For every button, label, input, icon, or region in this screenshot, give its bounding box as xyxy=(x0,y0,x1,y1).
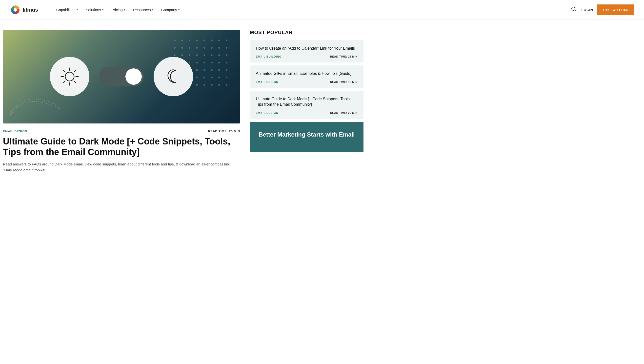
hero-dot xyxy=(218,62,220,64)
hero-dot xyxy=(189,47,190,49)
toggle-knob xyxy=(126,68,142,85)
chevron-down-icon: ▾ xyxy=(178,8,180,11)
svg-point-4 xyxy=(65,72,74,81)
sun-icon xyxy=(58,66,81,88)
popular-card-category-2: EMAIL DESIGN xyxy=(256,80,278,84)
popular-card-1[interactable]: How to Create an “Add to Calendar” Link … xyxy=(250,40,364,62)
hero-dot xyxy=(218,54,220,56)
logo-text: litmus xyxy=(23,7,38,13)
hero-dot xyxy=(196,62,198,64)
chevron-down-icon: ▾ xyxy=(76,8,78,11)
hero-dot xyxy=(211,54,212,56)
hero-dot xyxy=(226,84,228,86)
article-meta-row: EMAIL DESIGN READ TIME: 20 MIN xyxy=(3,130,240,133)
most-popular-heading: MOST POPULAR xyxy=(250,30,364,35)
nav-item-company[interactable]: Company ▾ xyxy=(158,6,183,14)
nav-links: Capabilities ▾ Solutions ▾ Pricing ▾ Res… xyxy=(53,6,570,14)
svg-line-3 xyxy=(574,10,576,12)
hero-dot xyxy=(211,40,212,41)
hero-dot xyxy=(226,62,228,64)
hero-dot xyxy=(211,69,212,71)
hero-dot xyxy=(211,84,212,86)
hero-dot xyxy=(196,69,198,71)
nav-item-capabilities[interactable]: Capabilities ▾ xyxy=(53,6,82,14)
hero-dot xyxy=(196,76,198,78)
hero-dot xyxy=(181,54,183,56)
svg-line-9 xyxy=(64,70,65,72)
hero-dot xyxy=(204,47,205,49)
popular-card-title-1: How to Create an “Add to Calendar” Link … xyxy=(256,46,358,51)
popular-card-readtime-1: READ TIME: 26 MIN xyxy=(330,55,358,58)
nav-item-resources[interactable]: Resources ▾ xyxy=(130,6,157,14)
hero-dot xyxy=(204,40,205,41)
popular-card-3[interactable]: Ultimate Guide to Dark Mode [+ Code Snip… xyxy=(250,91,364,119)
search-icon[interactable] xyxy=(570,6,578,14)
svg-line-12 xyxy=(64,81,65,83)
popular-card-meta-1: EMAIL BUILDING READ TIME: 26 MIN xyxy=(256,55,358,58)
hero-dot xyxy=(218,76,220,78)
cta-card-title: Better Marketing Starts with Email xyxy=(257,131,356,138)
popular-card-2[interactable]: Animated GIFs in Email: Examples & How T… xyxy=(250,66,364,88)
hero-dot xyxy=(204,69,205,71)
chevron-down-icon: ▾ xyxy=(124,8,125,11)
article-description: Read answers to FAQs around Dark Mode em… xyxy=(3,161,240,173)
nav-item-solutions[interactable]: Solutions ▾ xyxy=(82,6,107,14)
cta-card: Better Marketing Starts with Email xyxy=(250,122,364,152)
hero-dot xyxy=(204,62,205,64)
hero-dot xyxy=(211,76,212,78)
logo-icon xyxy=(10,4,21,15)
hero-icons xyxy=(50,57,193,96)
svg-point-1 xyxy=(14,8,17,12)
nav-item-pricing[interactable]: Pricing ▾ xyxy=(108,6,129,14)
hero-dot xyxy=(211,47,212,49)
hero-dot xyxy=(226,40,228,41)
logo-link[interactable]: litmus xyxy=(10,4,38,15)
main-container: // generate dots in template after page-… xyxy=(0,20,644,186)
hero-dot xyxy=(218,40,220,41)
nav-right: LOGIN TRY FOR FREE xyxy=(570,4,634,15)
svg-line-11 xyxy=(74,70,76,72)
try-for-free-button[interactable]: TRY FOR FREE xyxy=(597,4,634,15)
hero-dot xyxy=(204,76,205,78)
hero-dot xyxy=(174,40,176,41)
sun-circle xyxy=(50,57,90,96)
left-content: // generate dots in template after page-… xyxy=(3,30,240,176)
hero-dot xyxy=(189,40,190,41)
hero-dot xyxy=(218,84,220,86)
popular-card-meta-3: EMAIL DESIGN READ TIME: 20 MIN xyxy=(256,111,358,114)
hero-dot xyxy=(181,40,183,41)
hero-dot xyxy=(196,54,198,56)
article-meta: EMAIL DESIGN READ TIME: 20 MIN Ultimate … xyxy=(3,124,240,176)
hero-dot xyxy=(211,62,212,64)
hero-image: // generate dots in template after page-… xyxy=(3,30,240,124)
login-button[interactable]: LOGIN xyxy=(582,8,593,12)
hero-dot xyxy=(196,47,198,49)
chevron-down-icon: ▾ xyxy=(152,8,153,11)
hero-dot xyxy=(189,54,190,56)
right-sidebar: MOST POPULAR How to Create an “Add to Ca… xyxy=(250,30,364,152)
popular-card-title-2: Animated GIFs in Email: Examples & How T… xyxy=(256,71,358,76)
popular-card-category-1: EMAIL BUILDING xyxy=(256,55,282,58)
hero-dot xyxy=(196,40,198,41)
hero-dot xyxy=(181,47,183,49)
popular-card-meta-2: EMAIL DESIGN READ TIME: 18 MIN xyxy=(256,80,358,84)
hero-dot xyxy=(226,47,228,49)
hero-dot xyxy=(204,84,205,86)
popular-card-title-3: Ultimate Guide to Dark Mode [+ Code Snip… xyxy=(256,96,358,108)
chevron-down-icon: ▾ xyxy=(102,8,104,11)
article-title: Ultimate Guide to Dark Mode [+ Code Snip… xyxy=(3,136,240,157)
toggle-switch[interactable] xyxy=(99,67,144,86)
hero-dot xyxy=(218,69,220,71)
moon-circle xyxy=(154,57,193,96)
hero-dot xyxy=(226,76,228,78)
hero-dot xyxy=(196,84,198,86)
hero-dot xyxy=(218,47,220,49)
article-read-time: READ TIME: 20 MIN xyxy=(208,130,240,133)
moon-icon xyxy=(164,67,183,86)
hero-dot xyxy=(174,54,176,56)
popular-card-readtime-3: READ TIME: 20 MIN xyxy=(330,111,358,114)
navigation: litmus Capabilities ▾ Solutions ▾ Pricin… xyxy=(0,0,644,20)
hero-dot xyxy=(226,54,228,56)
popular-card-category-3: EMAIL DESIGN xyxy=(256,111,278,114)
popular-card-readtime-2: READ TIME: 18 MIN xyxy=(330,80,358,84)
